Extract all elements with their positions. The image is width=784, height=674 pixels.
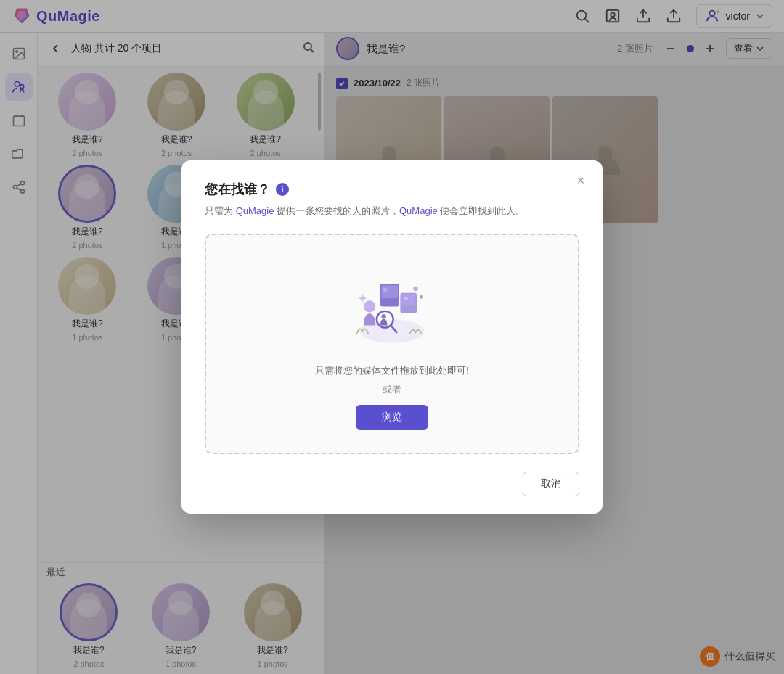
modal-description: 只需为 QuMagie 提供一张您要找的人的照片，QuMagie 便会立即找到此… bbox=[205, 204, 579, 219]
svg-rect-33 bbox=[401, 294, 416, 305]
svg-point-34 bbox=[404, 297, 408, 300]
search-person-modal: × 您在找谁？ i 只需为 QuMagie 提供一张您要找的人的照片，QuMag… bbox=[181, 160, 603, 514]
drop-or-label: 或者 bbox=[383, 383, 401, 396]
svg-point-28 bbox=[364, 300, 375, 312]
info-icon[interactable]: i bbox=[276, 183, 289, 196]
svg-point-37 bbox=[381, 314, 386, 319]
cancel-button[interactable]: 取消 bbox=[523, 472, 579, 496]
svg-point-38 bbox=[413, 287, 418, 292]
drop-zone[interactable]: 只需将您的媒体文件拖放到此处即可! 或者 浏览 bbox=[205, 234, 579, 454]
modal-close-button[interactable]: × bbox=[571, 170, 591, 191]
modal-overlay: × 您在找谁？ i 只需为 QuMagie 提供一张您要找的人的照片，QuMag… bbox=[0, 0, 784, 674]
svg-point-31 bbox=[383, 287, 388, 292]
drop-illustration bbox=[345, 264, 439, 351]
close-icon: × bbox=[577, 173, 585, 189]
modal-title: 您在找谁？ i bbox=[205, 181, 579, 198]
drop-hint: 只需将您的媒体文件拖放到此处即可! bbox=[315, 364, 469, 377]
browse-button[interactable]: 浏览 bbox=[356, 405, 428, 430]
modal-footer: 取消 bbox=[205, 472, 579, 496]
svg-point-39 bbox=[420, 295, 423, 299]
